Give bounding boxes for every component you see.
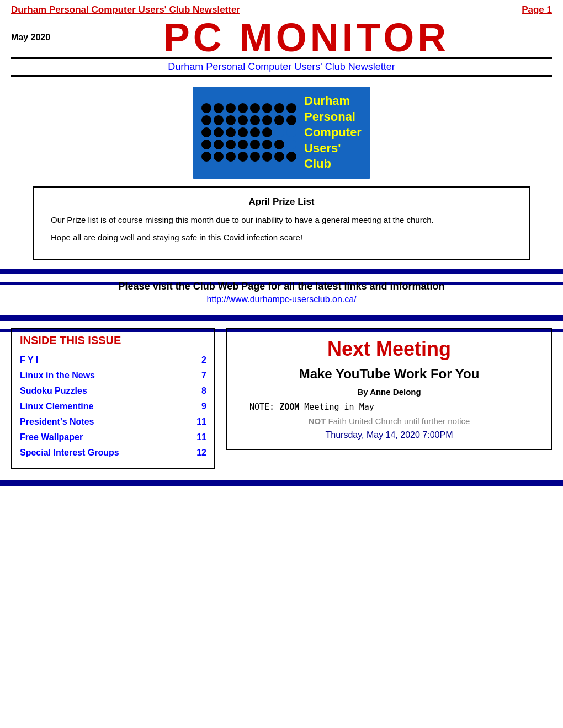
zoom-word: ZOOM	[279, 402, 299, 412]
inside-item-president-page: 11	[196, 417, 206, 427]
inside-box: INSIDE THIS ISSUE F Y I 2 Linux in the N…	[11, 328, 215, 469]
dot	[226, 103, 236, 113]
web-section-title: Please visit the Club Web Page for all t…	[0, 281, 563, 292]
logo-text: Durham Personal Computer Users' Club	[304, 93, 362, 172]
prize-box: April Prize List Our Prize list is of co…	[33, 186, 530, 260]
dot	[201, 127, 211, 137]
dot	[262, 115, 272, 125]
logo-area: Durham Personal Computer Users' Club	[0, 87, 563, 179]
header-subtitle-row: Durham Personal Computer Users' Club New…	[11, 57, 552, 77]
dot	[262, 140, 272, 149]
dot-empty	[274, 127, 284, 137]
header-top: Durham Personal Computer Users' Club New…	[0, 0, 563, 15]
web-link[interactable]: http://www.durhampc-usersclub.on.ca/	[206, 295, 356, 304]
publication-title: PC MONITOR	[61, 18, 552, 57]
dot	[214, 103, 224, 113]
dot	[286, 115, 296, 125]
inside-item-president-label: President's Notes	[20, 417, 94, 427]
dot	[286, 103, 296, 113]
inside-item-linux-news-label: Linux in the News	[20, 371, 95, 381]
dot	[238, 103, 248, 113]
not-notice: NOT Faith United Church until further no…	[238, 416, 540, 426]
logo-box: Durham Personal Computer Users' Club	[193, 87, 370, 179]
dot	[262, 152, 272, 162]
dot	[214, 152, 224, 162]
inside-item-president: President's Notes 11	[20, 414, 206, 430]
dot	[238, 115, 248, 125]
inside-item-clementine: Linux Clementine 9	[20, 399, 206, 414]
page-number: Page 1	[522, 4, 552, 15]
inside-item-sig-page: 12	[196, 448, 206, 458]
dot	[274, 103, 284, 113]
logo-line-3: Computer	[304, 125, 362, 141]
inside-item-fyi-page: 2	[201, 355, 206, 365]
dot	[201, 115, 211, 125]
inside-item-fyi: F Y I 2	[20, 352, 206, 368]
bottom-section: INSIDE THIS ISSUE F Y I 2 Linux in the N…	[11, 328, 552, 469]
blue-bar-2-top	[0, 315, 563, 321]
not-notice-text: Faith United Church until further notice	[328, 416, 470, 426]
dot	[201, 140, 211, 149]
dot	[226, 152, 236, 162]
inside-item-linux-news-page: 7	[201, 371, 206, 381]
inside-item-fyi-label: F Y I	[20, 355, 38, 365]
inside-item-sig-label: Special Interest Groups	[20, 448, 119, 458]
prize-title: April Prize List	[51, 196, 512, 207]
dot-empty	[286, 140, 296, 149]
dot	[214, 115, 224, 125]
dot	[286, 152, 296, 162]
dot	[250, 127, 260, 137]
inside-item-linux-news: Linux in the News 7	[20, 368, 206, 383]
dot	[226, 127, 236, 137]
dot	[238, 127, 248, 137]
inside-item-clementine-page: 9	[201, 402, 206, 411]
note-suffix: Meeting in May	[299, 402, 374, 412]
next-meeting-title: Next Meeting	[238, 338, 540, 361]
logo-line-2: Personal	[304, 109, 362, 125]
dot	[238, 140, 248, 149]
next-meeting-author: By Anne Delong	[238, 387, 540, 397]
dot	[226, 140, 236, 149]
inside-item-sig: Special Interest Groups 12	[20, 445, 206, 461]
prize-text-2: Hope all are doing well and staying safe…	[51, 232, 512, 244]
logo-line-5: Club	[304, 156, 362, 172]
next-meeting-subtitle: Make YouTube Work For You	[238, 366, 540, 382]
dot	[238, 152, 248, 162]
header-main: May 2020 PC MONITOR	[0, 15, 563, 57]
inside-item-wallpaper-label: Free Wallpaper	[20, 432, 83, 442]
dot	[214, 127, 224, 137]
dot	[250, 152, 260, 162]
logo-dots	[201, 103, 296, 162]
not-word: NOT	[309, 416, 328, 426]
dot-empty	[286, 127, 296, 137]
dot	[214, 140, 224, 149]
inside-item-sudoku: Sudoku Puzzles 8	[20, 383, 206, 399]
issue-date: May 2020	[11, 33, 61, 42]
inside-item-sudoku-page: 8	[201, 386, 206, 396]
next-meeting-box: Next Meeting Make YouTube Work For You B…	[226, 328, 552, 450]
web-section: Please visit the Club Web Page for all t…	[0, 273, 563, 310]
prize-text-1: Our Prize list is of course missing this…	[51, 214, 512, 227]
inside-item-clementine-label: Linux Clementine	[20, 402, 93, 411]
meeting-date: Thursday, May 14, 2020 7:00PM	[238, 430, 540, 440]
inside-title: INSIDE THIS ISSUE	[20, 334, 206, 347]
dot	[274, 115, 284, 125]
logo-line-1: Durham	[304, 93, 362, 109]
inside-item-wallpaper: Free Wallpaper 11	[20, 430, 206, 445]
dot	[262, 103, 272, 113]
newsletter-title-link[interactable]: Durham Personal Computer Users' Club New…	[11, 4, 240, 15]
bottom-blue-bar	[0, 480, 563, 486]
next-meeting-note: NOTE: ZOOM Meeting in May	[238, 402, 540, 412]
dot	[250, 115, 260, 125]
dot	[250, 103, 260, 113]
dot	[274, 152, 284, 162]
inside-item-sudoku-label: Sudoku Puzzles	[20, 386, 87, 396]
dot	[262, 127, 272, 137]
note-prefix: NOTE:	[249, 402, 279, 412]
inside-item-wallpaper-page: 11	[196, 432, 206, 442]
dot	[250, 140, 260, 149]
dot	[226, 115, 236, 125]
dot	[274, 140, 284, 149]
dot	[201, 152, 211, 162]
header-subtitle: Durham Personal Computer Users' Club New…	[168, 61, 395, 72]
